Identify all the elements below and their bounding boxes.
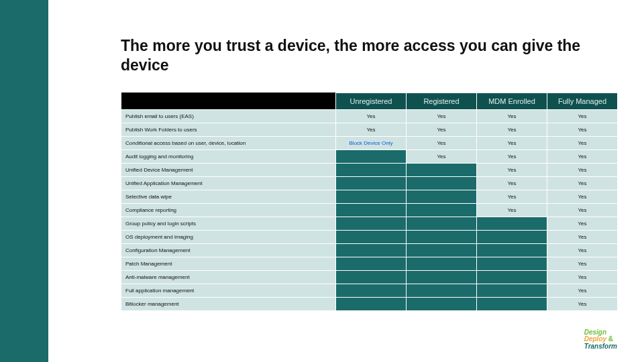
value-cell <box>336 298 407 311</box>
value-cell <box>336 244 407 257</box>
table-row: Publish email to users (EAS)YesYesYesYes <box>121 110 618 123</box>
value-cell: Block Device Only <box>336 137 407 150</box>
value-cell: Yes <box>477 177 547 190</box>
col-registered: Registered <box>407 93 477 110</box>
value-cell: Yes <box>407 123 477 137</box>
feature-matrix-table: Unregistered Registered MDM Enrolled Ful… <box>121 93 618 312</box>
left-accent-bar <box>0 0 48 362</box>
value-cell: Yes <box>547 177 618 190</box>
feature-cell: Patch Management <box>121 257 336 271</box>
value-cell: Yes <box>547 204 618 217</box>
table-row: Bitlocker managementYes <box>121 298 618 311</box>
feature-cell: Unified Application Management <box>121 177 336 190</box>
value-cell: Yes <box>547 164 618 177</box>
value-cell <box>477 284 547 298</box>
value-cell: Yes <box>547 284 618 298</box>
feature-cell: Audit logging and monitoring <box>121 150 336 164</box>
feature-cell: OS deployment and imaging <box>121 231 336 244</box>
table-row: Group policy and login scriptsYes <box>121 217 618 231</box>
value-cell <box>407 177 477 190</box>
value-cell <box>336 164 407 177</box>
feature-cell: Configuration Management <box>121 244 336 257</box>
col-unregistered: Unregistered <box>336 93 407 110</box>
value-cell: Yes <box>407 110 477 123</box>
logo-line-2: Deploy <box>584 335 606 343</box>
value-cell: Yes <box>547 298 618 311</box>
value-cell <box>407 284 477 298</box>
logo-line-3: Transform <box>584 343 617 351</box>
value-cell <box>407 244 477 257</box>
value-cell: Yes <box>407 150 477 164</box>
value-cell <box>477 298 547 311</box>
feature-cell: Conditional access based on user, device… <box>121 137 336 150</box>
brand-logo: Design Deploy & Transform <box>584 329 617 351</box>
feature-cell: Anti-malware management <box>121 271 336 284</box>
value-cell: Yes <box>477 204 547 217</box>
value-cell: Yes <box>547 244 618 257</box>
value-cell: Yes <box>477 164 547 177</box>
header-blank <box>121 93 336 110</box>
value-cell <box>477 217 547 231</box>
value-cell: Yes <box>547 110 618 123</box>
table-row: Compliance reportingYesYes <box>121 204 618 217</box>
value-cell: Yes <box>547 271 618 284</box>
value-cell <box>477 271 547 284</box>
value-cell: Yes <box>547 123 618 137</box>
table-row: Conditional access based on user, device… <box>121 137 618 150</box>
feature-cell: Group policy and login scripts <box>121 217 336 231</box>
table-row: Publish Work Folders to usersYesYesYesYe… <box>121 123 618 137</box>
table-row: Audit logging and monitoringYesYesYes <box>121 150 618 164</box>
feature-cell: Compliance reporting <box>121 204 336 217</box>
table-row: Patch ManagementYes <box>121 257 618 271</box>
value-cell <box>407 204 477 217</box>
slide-content: The more you trust a device, the more ac… <box>121 36 617 311</box>
value-cell: Yes <box>477 137 547 150</box>
value-cell <box>336 190 407 204</box>
value-cell <box>336 177 407 190</box>
value-cell: Yes <box>547 190 618 204</box>
table-row: Full application managementYes <box>121 284 618 298</box>
feature-cell: Full application management <box>121 284 336 298</box>
feature-cell: Bitlocker management <box>121 298 336 311</box>
value-cell: Yes <box>477 190 547 204</box>
value-cell: Yes <box>547 231 618 244</box>
value-cell <box>477 244 547 257</box>
value-cell: Yes <box>547 150 618 164</box>
feature-cell: Unified Device Management <box>121 164 336 177</box>
value-cell: Yes <box>547 217 618 231</box>
value-cell <box>407 257 477 271</box>
value-cell <box>477 231 547 244</box>
value-cell: Yes <box>336 110 407 123</box>
value-cell: Yes <box>547 137 618 150</box>
table-row: Selective data wipeYesYes <box>121 190 618 204</box>
value-cell <box>336 231 407 244</box>
value-cell <box>407 231 477 244</box>
value-cell: Yes <box>477 123 547 137</box>
feature-cell: Publish Work Folders to users <box>121 123 336 137</box>
col-fully-managed: Fully Managed <box>547 93 618 110</box>
value-cell <box>336 204 407 217</box>
value-cell <box>336 150 407 164</box>
value-cell <box>477 257 547 271</box>
table-row: Anti-malware managementYes <box>121 271 618 284</box>
slide-title: The more you trust a device, the more ac… <box>121 36 617 75</box>
value-cell <box>336 257 407 271</box>
col-mdm-enrolled: MDM Enrolled <box>477 93 547 110</box>
value-cell: Yes <box>477 110 547 123</box>
value-cell: Yes <box>407 137 477 150</box>
value-cell <box>336 284 407 298</box>
table-row: Unified Device ManagementYesYes <box>121 164 618 177</box>
value-cell <box>407 217 477 231</box>
value-cell <box>407 164 477 177</box>
value-cell <box>336 271 407 284</box>
value-cell: Yes <box>547 257 618 271</box>
value-cell: Yes <box>477 150 547 164</box>
table-header-row: Unregistered Registered MDM Enrolled Ful… <box>121 93 618 110</box>
feature-cell: Publish email to users (EAS) <box>121 110 336 123</box>
logo-ampersand: & <box>608 335 613 343</box>
table-row: Configuration ManagementYes <box>121 244 618 257</box>
value-cell <box>336 217 407 231</box>
value-cell <box>407 271 477 284</box>
value-cell <box>407 298 477 311</box>
table-row: Unified Application ManagementYesYes <box>121 177 618 190</box>
